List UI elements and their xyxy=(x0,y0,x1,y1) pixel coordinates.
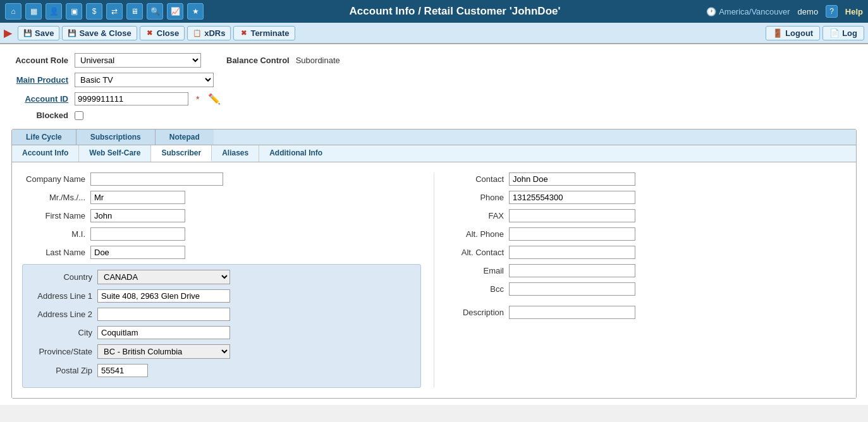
save-close-icon: 💾 xyxy=(68,28,76,37)
clock-icon: 🕐 xyxy=(706,7,716,16)
tab-aliases[interactable]: Aliases xyxy=(212,145,259,162)
edit-icon[interactable]: ✏️ xyxy=(208,93,221,105)
log-button[interactable]: 📄 Log xyxy=(822,26,864,40)
nav-icons: ⌂ ▦ 👤 ▣ $ ⇄ 🖥 🔍 📈 ★ xyxy=(5,3,204,20)
transfer-icon[interactable]: ⇄ xyxy=(106,3,123,20)
city-label: City xyxy=(29,328,92,337)
company-name-input[interactable] xyxy=(90,172,223,186)
terminate-button[interactable]: ✖ Terminate xyxy=(233,26,295,40)
postal-zip-group: Postal Zip 55541 xyxy=(29,364,414,377)
bcc-group: Bcc xyxy=(447,282,846,296)
company-name-label: Company Name xyxy=(22,174,85,184)
account-id-input[interactable]: 9999911111 xyxy=(75,92,188,106)
address-line1-input[interactable]: Suite 408, 2963 Glen Drive xyxy=(97,289,230,303)
logout-button[interactable]: 🚪 Logout xyxy=(766,26,820,40)
description-input[interactable] xyxy=(509,306,635,319)
company-name-group: Company Name xyxy=(22,172,421,186)
last-name-group: Last Name Doe xyxy=(22,246,421,259)
contact-label: Contact xyxy=(447,174,504,184)
description-group: Description xyxy=(447,306,846,319)
address-line1-label: Address Line 1 xyxy=(29,291,92,301)
tab-account-info[interactable]: Account Info xyxy=(12,145,79,162)
tab-lifecycle[interactable]: Life Cycle xyxy=(12,130,76,145)
mrms-input[interactable]: Mr xyxy=(90,191,185,204)
star-icon[interactable]: ★ xyxy=(187,3,204,20)
form-header: Account Role Universal Subordinate Maste… xyxy=(11,53,857,120)
account-role-select[interactable]: Universal Subordinate Master xyxy=(75,53,201,68)
country-select[interactable]: CANADA USA UK xyxy=(97,270,230,284)
close-button[interactable]: ✖ Close xyxy=(140,26,185,40)
account-id-label[interactable]: Account ID xyxy=(11,94,68,104)
first-name-input[interactable]: John xyxy=(90,209,185,222)
main-product-label[interactable]: Main Product xyxy=(11,75,68,85)
account-role-row: Account Role Universal Subordinate Maste… xyxy=(11,53,857,68)
home-icon[interactable]: ⌂ xyxy=(5,3,21,20)
tab-subscriptions[interactable]: Subscriptions xyxy=(76,130,156,145)
phone-input[interactable]: 13125554300 xyxy=(509,191,635,204)
balance-control-value: Subordinate xyxy=(296,56,340,65)
monitor-icon[interactable]: 🖥 xyxy=(126,3,143,20)
help-question-icon[interactable]: ? xyxy=(826,5,838,18)
account-id-row: Account ID 9999911111 * ✏️ xyxy=(11,92,857,106)
fax-input[interactable] xyxy=(509,209,635,222)
blocked-checkbox[interactable] xyxy=(75,111,83,120)
alt-phone-input[interactable] xyxy=(509,227,635,241)
person-icon[interactable]: 👤 xyxy=(46,3,62,20)
grid-icon[interactable]: ▣ xyxy=(66,3,82,20)
mrms-group: Mr./Ms./... Mr xyxy=(22,191,421,204)
alt-contact-label: Alt. Contact xyxy=(447,248,504,257)
province-state-select[interactable]: BC - British Columbia AB - Alberta ON - … xyxy=(97,344,230,359)
address-section: Country CANADA USA UK Address Line 1 Sui… xyxy=(22,264,421,388)
last-name-input[interactable]: Doe xyxy=(90,246,185,259)
tab-notepad[interactable]: Notepad xyxy=(156,130,214,145)
main-content: Account Role Universal Subordinate Maste… xyxy=(0,44,868,405)
dollar-icon[interactable]: $ xyxy=(86,3,102,20)
bcc-input[interactable] xyxy=(509,282,635,296)
top-tab-row: Life Cycle Subscriptions Notepad xyxy=(12,130,856,145)
city-input[interactable]: Coquitlam xyxy=(97,326,230,339)
required-star: * xyxy=(196,94,199,104)
phone-group: Phone 13125554300 xyxy=(447,191,846,204)
alt-contact-input[interactable] xyxy=(509,246,635,259)
tab-section: Life Cycle Subscriptions Notepad Account… xyxy=(11,129,857,399)
contact-input[interactable]: John Doe xyxy=(509,172,635,186)
timezone-label: 🕐 America/Vancouver xyxy=(706,7,790,16)
account-role-label: Account Role xyxy=(11,56,68,65)
tab-subscriber[interactable]: Subscriber xyxy=(151,145,212,162)
address-line1-group: Address Line 1 Suite 408, 2963 Glen Driv… xyxy=(29,289,414,303)
address-line2-input[interactable] xyxy=(97,308,230,321)
alt-contact-group: Alt. Contact xyxy=(447,246,846,259)
blocked-label: Blocked xyxy=(11,111,68,120)
toolbar: ▶ 💾 Save 💾 Save & Close ✖ Close 📋 xDRs ✖… xyxy=(0,23,868,44)
close-icon: ✖ xyxy=(145,28,154,37)
postal-zip-input[interactable]: 55541 xyxy=(97,364,148,377)
list-icon[interactable]: ▦ xyxy=(25,3,42,20)
main-product-select[interactable]: Basic TV Premium TV Standard TV xyxy=(75,73,214,87)
right-column: Contact John Doe Phone 13125554300 FAX A… xyxy=(434,172,846,388)
mi-group: M.I. xyxy=(22,227,421,241)
main-product-row: Main Product Basic TV Premium TV Standar… xyxy=(11,73,857,87)
email-group: Email xyxy=(447,264,846,277)
country-label: Country xyxy=(29,272,92,282)
demo-label: demo xyxy=(798,7,819,16)
description-section: Description xyxy=(447,306,846,319)
address-line2-label: Address Line 2 xyxy=(29,310,92,319)
first-name-group: First Name John xyxy=(22,209,421,222)
toolbar-arrow[interactable]: ▶ xyxy=(4,27,11,39)
tab-web-self-care[interactable]: Web Self-Care xyxy=(79,145,151,162)
search-icon[interactable]: 🔍 xyxy=(147,3,163,20)
tab-additional-info[interactable]: Additional Info xyxy=(259,145,333,162)
xdrs-button[interactable]: 📋 xDRs xyxy=(187,26,231,40)
mi-input[interactable] xyxy=(90,227,185,241)
email-label: Email xyxy=(447,266,504,275)
help-label[interactable]: Help xyxy=(845,7,863,16)
log-icon: 📄 xyxy=(829,28,840,38)
chart-icon[interactable]: 📈 xyxy=(167,3,183,20)
save-button[interactable]: 💾 Save xyxy=(18,26,59,40)
fax-group: FAX xyxy=(447,209,846,222)
province-state-group: Province/State BC - British Columbia AB … xyxy=(29,344,414,359)
email-input[interactable] xyxy=(509,264,635,277)
postal-zip-label: Postal Zip xyxy=(29,366,92,375)
balance-control-label: Balance Control xyxy=(226,56,290,65)
save-close-button[interactable]: 💾 Save & Close xyxy=(62,26,137,40)
